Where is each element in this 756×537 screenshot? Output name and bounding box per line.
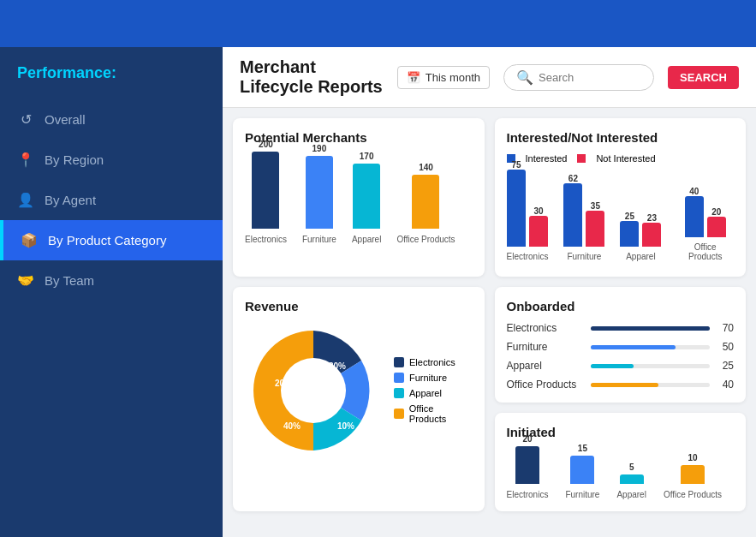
bar-group: 200 Electronics: [245, 140, 287, 244]
revenue-content: 30% 40% 10% 20% Electronics Furniture Ap…: [245, 322, 473, 459]
revenue-card: Revenue: [233, 287, 485, 511]
bar-fill: [306, 156, 333, 229]
sidebar-item-overall[interactable]: ↺ Overall: [0, 99, 223, 140]
bar-group: 140 Office Products: [396, 163, 455, 244]
onboarded-bar-bg: [591, 326, 711, 331]
initiated-label: Office Products: [664, 490, 722, 499]
svg-text:20%: 20%: [275, 379, 292, 388]
onboarded-item-value: 50: [717, 341, 734, 353]
bar-label: Apparel: [352, 235, 381, 244]
bar-label: Electronics: [245, 235, 287, 244]
initiated-value: 15: [578, 444, 587, 453]
potential-merchants-card: Potential Merchants 200 Electronics 190 …: [233, 118, 485, 277]
pie-legend: Electronics Furniture Apparel Office Pro…: [394, 357, 473, 424]
interested-value: 62: [568, 174, 578, 183]
bar-fill: [412, 175, 439, 229]
potential-merchants-chart: 200 Electronics 190 Furniture 170 Appare…: [245, 153, 473, 248]
initiated-bar-group: 10 Office Products: [664, 453, 722, 499]
revenue-pie: 30% 40% 10% 20%: [245, 322, 382, 459]
not-interested-value: 20: [711, 207, 721, 217]
team-icon: 🤝: [17, 272, 34, 289]
not-interested-legend-label: Not Interested: [596, 153, 655, 164]
initiated-value: 10: [688, 453, 697, 462]
interested-bar-group: 25: [620, 212, 639, 247]
onboarded-bar-bg: [591, 345, 711, 349]
not-interested-bar-group: 30: [529, 206, 548, 247]
date-filter[interactable]: 📅 This month: [397, 66, 490, 89]
sidebar-item-by-product-category[interactable]: 📦 By Product Category: [0, 220, 223, 260]
date-filter-label: This month: [426, 71, 480, 84]
bar-category-label: Apparel: [626, 252, 655, 261]
sidebar-item-by-region[interactable]: 📍 By Region: [0, 140, 223, 180]
sidebar-label-by-region: By Region: [45, 152, 104, 167]
double-bar-group: 40 20 Office Products: [676, 187, 734, 261]
pie-legend-dot: [394, 388, 404, 398]
initiated-bar: [620, 474, 644, 484]
double-bars: 75 30: [507, 160, 548, 247]
interested-card: Interested/Not Interested Interested Not…: [495, 118, 747, 277]
not-interested-bar-group: 23: [642, 213, 661, 247]
onboarded-bar-fill: [591, 383, 659, 387]
interested-bar: [563, 183, 582, 247]
sidebar-label-by-agent: By Agent: [45, 193, 96, 207]
content-header: Merchant Lifecycle Reports 📅 This month …: [223, 47, 756, 108]
interested-title: Interested/Not Interested: [507, 130, 735, 145]
initiated-label: Apparel: [616, 490, 646, 499]
pie-legend-item: Apparel: [394, 388, 473, 398]
onboarded-item: Furniture 50: [507, 341, 735, 353]
pie-legend-dot: [394, 357, 404, 367]
initiated-bar: [570, 456, 594, 484]
app-container: Performance: ↺ Overall 📍 By Region 👤 By …: [0, 0, 756, 537]
pie-legend-item: Office Products: [394, 403, 473, 424]
search-button[interactable]: SEARCH: [668, 66, 739, 89]
double-bar-group: 25 23 Apparel: [620, 212, 661, 261]
onboarded-card: Onboarded Electronics 70 Furniture 50 Ap…: [495, 287, 747, 403]
interested-bar: [620, 221, 639, 247]
interested-bar: [507, 170, 526, 247]
sidebar-label-by-product-category: By Product Category: [48, 233, 166, 248]
bar-value: 140: [419, 163, 433, 172]
sidebar-item-by-team[interactable]: 🤝 By Team: [0, 260, 223, 301]
not-interested-value: 23: [647, 213, 657, 223]
right-column: Onboarded Electronics 70 Furniture 50 Ap…: [495, 287, 747, 511]
interested-bar-group: 40: [685, 187, 704, 237]
onboarded-bar-bg: [591, 383, 711, 387]
bar-category-label: Office Products: [676, 242, 734, 261]
initiated-card: Initiated 20 Electronics 15 Furniture 5 …: [495, 413, 747, 511]
search-input[interactable]: [539, 71, 641, 84]
pie-legend-label: Office Products: [409, 403, 473, 424]
onboarded-item-label: Office Products: [507, 379, 584, 391]
not-interested-bar: [642, 223, 661, 247]
initiated-bar-group: 5 Apparel: [616, 462, 646, 499]
bar-value: 190: [313, 144, 327, 153]
onboarded-item-label: Furniture: [507, 341, 584, 353]
pie-legend-dot: [394, 409, 404, 419]
bar-category-label: Furniture: [567, 252, 601, 261]
initiated-value: 5: [629, 462, 634, 472]
onboarded-bar-fill: [591, 326, 711, 331]
interested-bar: [685, 196, 704, 237]
initiated-bar-group: 20 Electronics: [507, 434, 549, 499]
sidebar-item-by-agent[interactable]: 👤 By Agent: [0, 180, 223, 220]
not-interested-value: 35: [591, 201, 600, 211]
pie-legend-item: Furniture: [394, 373, 473, 383]
onboarded-bar-fill: [591, 364, 634, 368]
svg-text:40%: 40%: [283, 421, 301, 431]
top-bar: [0, 0, 756, 47]
double-bars: 62 35: [563, 174, 604, 247]
pin-icon: 📍: [17, 152, 34, 168]
not-interested-bar: [586, 211, 604, 247]
interested-bar-group: 75: [507, 160, 526, 247]
bar-group: 170 Apparel: [352, 152, 381, 244]
interested-value: 40: [689, 187, 699, 196]
content-area: Merchant Lifecycle Reports 📅 This month …: [223, 47, 756, 537]
initiated-chart: 20 Electronics 15 Furniture 5 Apparel 10…: [507, 448, 735, 499]
pie-legend-label: Electronics: [409, 357, 455, 367]
double-bars: 40 20: [685, 187, 726, 237]
onboarded-item: Electronics 70: [507, 322, 735, 334]
onboarded-item: Apparel 25: [507, 360, 735, 372]
initiated-value: 20: [522, 434, 532, 444]
double-bar-group: 62 35 Furniture: [563, 174, 604, 261]
onboarded-bar-fill: [591, 345, 676, 349]
pie-svg: 30% 40% 10% 20%: [245, 322, 382, 459]
